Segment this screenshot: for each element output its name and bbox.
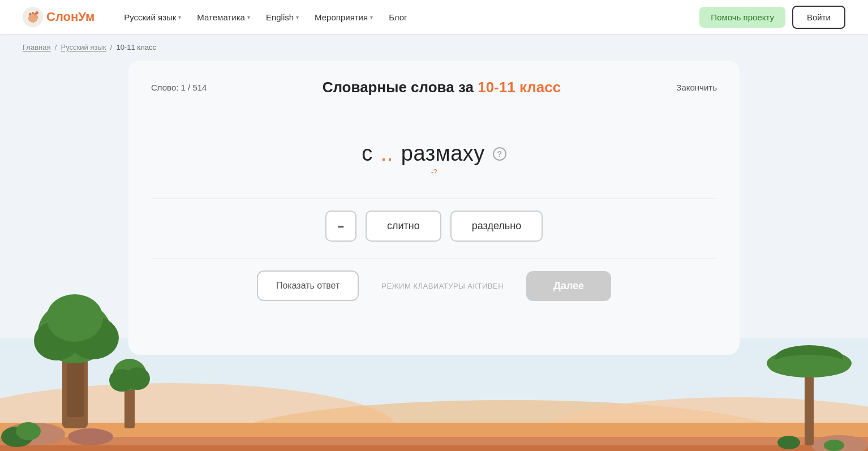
nav-item-events[interactable]: Мероприятия ▾: [308, 8, 380, 27]
svg-point-36: [777, 436, 800, 449]
chevron-down-icon: ▾: [247, 14, 250, 20]
card-header: Слово: 1 / 514 Словарные слова за 10-11 …: [151, 79, 717, 96]
svg-point-31: [811, 435, 868, 451]
logo[interactable]: СлонУм: [23, 7, 94, 27]
help-project-button[interactable]: Помочь проекту: [699, 7, 785, 28]
svg-point-9: [36, 11, 38, 14]
help-hint-icon[interactable]: ?: [493, 147, 506, 161]
svg-point-28: [113, 359, 147, 390]
navbar: СлонУм Русский язык ▾ Математика ▾ Engli…: [0, 0, 868, 34]
svg-point-35: [768, 355, 850, 377]
content-wrapper: Слово: 1 / 514 Словарные слова за 10-11 …: [0, 61, 868, 355]
word-prefix: с: [362, 141, 373, 166]
svg-point-26: [16, 422, 41, 440]
divider-top: [151, 199, 717, 199]
word-suffix: размаху: [401, 141, 485, 166]
svg-point-6: [29, 13, 32, 15]
svg-rect-27: [124, 383, 135, 428]
chevron-down-icon: ▾: [178, 14, 181, 20]
answer-together-button[interactable]: слитно: [366, 211, 441, 242]
word-missing-letters: ..: [381, 141, 393, 166]
word-section: с .. размаху ? -?: [151, 141, 717, 176]
next-button[interactable]: Далее: [526, 271, 611, 301]
chevron-down-icon: ▾: [370, 14, 373, 20]
logo-text: СлонУм: [46, 10, 94, 24]
svg-point-29: [109, 369, 134, 392]
svg-point-37: [824, 440, 844, 451]
svg-rect-20: [67, 355, 84, 417]
svg-rect-19: [62, 343, 88, 428]
hint-label: -?: [431, 168, 437, 176]
bottom-row: Показать ответ РЕЖИМ КЛАВИАТУРЫ АКТИВЕН …: [151, 270, 717, 301]
svg-point-7: [32, 12, 34, 14]
svg-rect-32: [805, 372, 814, 445]
word-display: с .. размаху ?: [362, 141, 506, 166]
show-answer-button[interactable]: Показать ответ: [257, 270, 359, 301]
word-count: Слово: 1 / 514: [151, 83, 207, 92]
svg-point-18: [68, 428, 113, 445]
nav-item-english[interactable]: English ▾: [259, 8, 306, 27]
svg-point-11: [0, 383, 396, 451]
breadcrumb: Главная / Русский язык / 10-11 класс: [0, 34, 868, 61]
nav-links: Русский язык ▾ Математика ▾ English ▾ Ме…: [117, 8, 699, 27]
breadcrumb-section[interactable]: Русский язык: [61, 43, 106, 51]
breadcrumb-home[interactable]: Главная: [23, 43, 50, 51]
breadcrumb-current: 10-11 класс: [117, 43, 157, 51]
finish-button[interactable]: Закончить: [676, 83, 717, 92]
svg-point-30: [125, 367, 150, 390]
svg-point-12: [226, 400, 792, 451]
chevron-down-icon: ▾: [296, 14, 299, 20]
nav-item-russian[interactable]: Русский язык ▾: [117, 8, 188, 27]
svg-point-17: [3, 423, 65, 445]
card-title: Словарные слова за 10-11 класс: [207, 79, 676, 96]
login-button[interactable]: Войти: [792, 6, 845, 29]
svg-point-13: [538, 397, 868, 451]
nav-item-blog[interactable]: Блог: [382, 8, 414, 27]
nav-right: Помочь проекту Войти: [699, 6, 845, 29]
svg-point-25: [1, 427, 33, 447]
svg-rect-16: [0, 445, 868, 451]
svg-point-5: [36, 16, 38, 19]
quiz-card: Слово: 1 / 514 Словарные слова за 10-11 …: [128, 61, 740, 355]
answer-separate-button[interactable]: раздельно: [450, 211, 543, 242]
svg-rect-10: [0, 338, 868, 451]
answer-buttons: – слитно раздельно: [151, 211, 717, 242]
svg-rect-15: [0, 437, 868, 451]
answer-dash-button[interactable]: –: [325, 211, 356, 242]
svg-rect-14: [0, 423, 868, 451]
keyboard-mode-label: РЕЖИМ КЛАВИАТУРЫ АКТИВЕН: [381, 282, 504, 290]
nav-item-math[interactable]: Математика ▾: [190, 8, 257, 27]
divider-bottom: [151, 259, 717, 259]
